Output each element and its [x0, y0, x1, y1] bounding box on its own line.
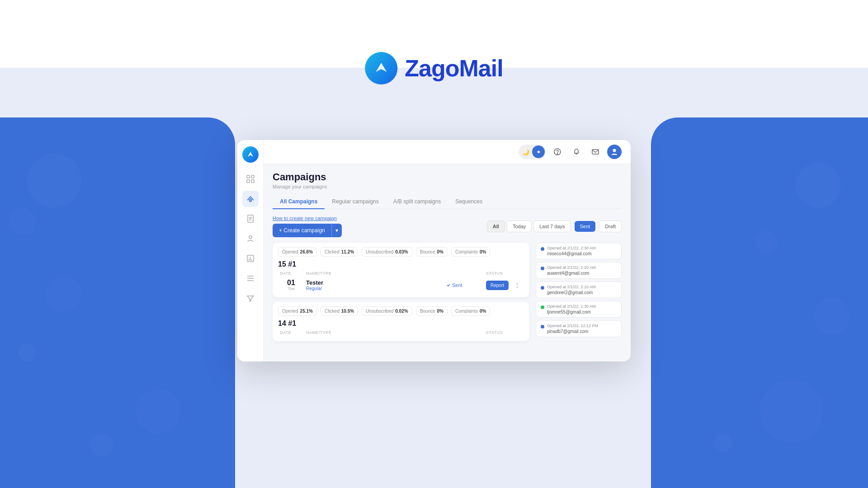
create-campaign-group: + Create campaign ▾ [273, 224, 342, 237]
sidebar-logo [242, 146, 259, 163]
svg-rect-19 [592, 150, 599, 154]
svg-rect-3 [251, 180, 254, 183]
stat-unsub-1: Unsubscribed 0.03% [362, 247, 412, 257]
campaign-tabs: All Campaigns Regular campaigns A/B spli… [273, 195, 622, 209]
report-button[interactable]: Report [486, 281, 509, 290]
content-split: Opened 26.6% Clicked 11.2% Unsubscribed … [273, 243, 622, 361]
sidebar-item-lists[interactable] [242, 270, 259, 286]
sidebar [237, 140, 264, 361]
logo-text: ZagoMail [405, 55, 503, 82]
main-content: 🌙 ✦ [264, 140, 631, 361]
stat-unsub-2: Unsubscribed 0.02% [362, 306, 412, 316]
more-options-button[interactable]: ⋮ [512, 282, 522, 289]
sidebar-item-dashboard[interactable] [242, 171, 259, 187]
stat-bounce-1: Bounce 0% [416, 247, 448, 257]
bg-blue-left [0, 117, 235, 488]
campaign-card-2: Opened 25.1% Clicked 10.5% Unsubscribed … [273, 302, 529, 341]
activity-item-1: Opened at 2/1/22, 2:20 AM auwent4@gmail.… [536, 262, 622, 279]
create-campaign-chevron[interactable]: ▾ [331, 224, 342, 237]
svg-point-9 [249, 236, 252, 239]
campaign-name: Tester Regular [306, 279, 443, 291]
page-body: Campaigns Manage your campaigns All Camp… [264, 164, 631, 361]
stat-opened-1: Opened 26.6% [278, 247, 317, 257]
sidebar-item-reports[interactable] [242, 250, 259, 267]
page-title: Campaigns [273, 171, 622, 183]
logo-icon [365, 52, 397, 84]
moon-toggle[interactable]: 🌙 [519, 145, 532, 158]
activity-dot-3 [541, 305, 544, 309]
user-avatar[interactable] [607, 145, 622, 159]
bell-icon[interactable] [569, 145, 584, 159]
stat-opened-2: Opened 25.1% [278, 306, 317, 316]
right-panel: Opened at 2/1/22, 2:30 AM miseco44@gmail… [536, 243, 622, 361]
activity-content-1: Opened at 2/1/22, 2:20 AM auwent4@gmail.… [547, 265, 596, 276]
status-draft-button[interactable]: Draft [599, 221, 622, 232]
campaign-card-1: Opened 26.6% Clicked 11.2% Unsubscribed … [273, 243, 529, 297]
activity-item-4: Opened at 2/1/22, 12:12 PM pinadb7@gmail… [536, 320, 622, 337]
svg-rect-4 [250, 200, 251, 202]
sidebar-item-campaigns[interactable] [242, 191, 259, 207]
activity-item-2: Opened at 2/1/22, 2:10 AM gendreer2@gmai… [536, 282, 622, 298]
page-subtitle: Manage your campaigns [273, 184, 622, 189]
activity-dot-2 [541, 286, 544, 290]
theme-toggle[interactable]: 🌙 ✦ [519, 145, 546, 159]
tab-ab-campaigns[interactable]: A/B split campaigns [386, 195, 448, 209]
top-header: 🌙 ✦ [264, 140, 631, 164]
svg-point-18 [557, 154, 558, 155]
table-header-2: DATE NAME/TYPE STATUS [278, 330, 524, 337]
filter-buttons: All Today Last 7 days Sent Draft [487, 221, 622, 232]
activity-dot-4 [541, 325, 544, 328]
app-window: 🌙 ✦ [237, 140, 631, 361]
stat-complaints-1: Complaints 0% [451, 247, 490, 257]
stat-clicked-1: Clicked 11.2% [321, 247, 358, 257]
bg-blue-right [651, 117, 868, 488]
stat-bounce-2: Bounce 0% [416, 306, 448, 316]
filter-today-button[interactable]: Today [507, 221, 532, 232]
activity-content-3: Opened at 2/1/22, 1:30 AM tjomne55@gmail… [547, 304, 596, 314]
filter-all-button[interactable]: All [487, 221, 505, 232]
mail-icon[interactable] [588, 145, 603, 159]
table-header-1: DATE NAME/TYPE STATUS [278, 271, 524, 277]
tab-sequences[interactable]: Sequences [448, 195, 490, 209]
tab-all-campaigns[interactable]: All Campaigns [273, 195, 325, 209]
toolbar-left: How to create new campaign + Create camp… [273, 216, 342, 237]
toolbar: How to create new campaign + Create camp… [273, 216, 622, 237]
activity-item-3: Opened at 2/1/22, 1:30 AM tjomne55@gmail… [536, 301, 622, 318]
activity-content-4: Opened at 2/1/22, 12:12 PM pinadb7@gmail… [547, 324, 598, 334]
svg-rect-1 [251, 175, 254, 178]
sidebar-item-contacts[interactable] [242, 230, 259, 247]
svg-rect-0 [247, 175, 250, 178]
campaign-number-2: 14 #1 [278, 319, 524, 328]
activity-content-2: Opened at 2/1/22, 2:10 AM gendreer2@gmai… [547, 285, 596, 295]
stat-complaints-2: Complaints 0% [451, 306, 490, 316]
sent-status: Sent [446, 282, 462, 288]
stats-row-2: Opened 25.1% Clicked 10.5% Unsubscribed … [278, 306, 524, 316]
activity-dot-1 [541, 267, 544, 270]
svg-rect-2 [247, 180, 250, 183]
date-box: 01 Tue [280, 279, 302, 291]
left-panel: Opened 26.6% Clicked 11.2% Unsubscribed … [273, 243, 529, 361]
logo-area: ZagoMail [365, 52, 503, 84]
stats-row-1: Opened 26.6% Clicked 11.2% Unsubscribed … [278, 247, 524, 257]
sidebar-item-filters[interactable] [242, 290, 259, 306]
svg-point-20 [613, 149, 616, 152]
filter-7days-button[interactable]: Last 7 days [533, 221, 571, 232]
activity-dot-0 [541, 247, 544, 251]
help-icon[interactable] [550, 145, 565, 159]
activity-content-0: Opened at 2/1/22, 2:30 AM miseco44@gmail… [547, 246, 596, 256]
campaign-number-1: 15 #1 [278, 260, 524, 268]
sidebar-item-documents[interactable] [242, 211, 259, 227]
status-area: Sent [446, 282, 482, 288]
create-campaign-button[interactable]: + Create campaign [273, 224, 331, 237]
tab-regular-campaigns[interactable]: Regular campaigns [325, 195, 386, 209]
activity-item-0: Opened at 2/1/22, 2:30 AM miseco44@gmail… [536, 243, 622, 259]
status-sent-button[interactable]: Sent [575, 221, 596, 232]
sun-toggle[interactable]: ✦ [532, 145, 545, 158]
create-campaign-link[interactable]: How to create new campaign [273, 216, 342, 221]
stat-clicked-2: Clicked 10.5% [321, 306, 358, 316]
table-row: 01 Tue Tester Regular [278, 277, 524, 293]
